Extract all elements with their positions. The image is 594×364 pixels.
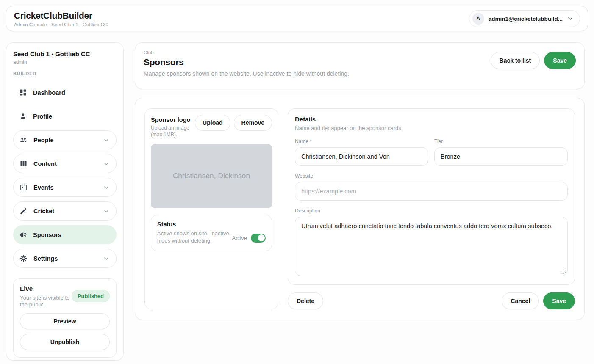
website-label: Website — [295, 173, 568, 179]
sidebar-item-settings[interactable]: Settings — [13, 249, 117, 268]
back-to-list-button[interactable]: Back to list — [491, 52, 540, 69]
live-status-card: Live Your site is visible to the public.… — [13, 278, 117, 358]
published-badge: Published — [72, 290, 110, 302]
tier-label: Tier — [434, 138, 568, 144]
header-save-button[interactable]: Save — [544, 52, 576, 69]
sidebar-item-profile[interactable]: Profile — [13, 107, 117, 126]
sidebar-item-events[interactable]: Events — [13, 178, 117, 197]
description-field-group: Description Utrum velut adhaero cunctati… — [295, 208, 568, 278]
dashboard-icon — [19, 89, 27, 96]
website-field-group: Website — [295, 173, 568, 201]
sponsor-logo-placeholder-image: Christiansen, Dickinson — [151, 144, 272, 208]
avatar: A — [472, 13, 484, 25]
person-icon — [19, 113, 27, 120]
page-header-text: Club Sponsors Manage sponsors shown on t… — [144, 50, 349, 82]
sidebar-item-dashboard[interactable]: Dashboard — [13, 83, 117, 102]
sidebar-item-label: Profile — [33, 113, 52, 120]
columns-icon — [20, 160, 27, 167]
sponsor-logo-actions: Upload Remove — [195, 115, 272, 138]
page-subtitle: Manage sponsors shown on the website. Us… — [144, 70, 349, 77]
page-header: Club Sponsors Manage sponsors shown on t… — [135, 42, 585, 89]
delete-button[interactable]: Delete — [288, 292, 323, 309]
sidebar-item-label: Cricket — [33, 208, 54, 215]
sidebar-item-label: Dashboard — [33, 89, 65, 96]
tier-input[interactable] — [434, 147, 568, 166]
sidebar-item-content[interactable]: Content — [13, 154, 117, 173]
unpublish-button[interactable]: Unpublish — [20, 334, 110, 350]
user-email: admin1@cricketclubbuild... — [489, 16, 563, 22]
chevron-down-icon — [103, 160, 110, 167]
chevron-down-icon — [103, 137, 110, 143]
name-label: Name * — [295, 138, 428, 144]
people-icon — [20, 136, 27, 143]
remove-button[interactable]: Remove — [234, 115, 272, 131]
chevron-down-icon — [103, 255, 110, 262]
chevron-down-icon — [103, 208, 110, 215]
website-input[interactable] — [295, 182, 568, 201]
sidebar-role: admin — [13, 59, 117, 65]
sponsor-logo-hint: Upload an image (max 1MB). — [151, 125, 193, 138]
status-title: Status — [157, 221, 266, 228]
status-toggle-group: Active — [232, 231, 266, 245]
sidebar-item-sponsors[interactable]: Sponsors — [13, 225, 117, 244]
description-label: Description — [295, 208, 568, 214]
sponsor-logo-card: Sponsor logo Upload an image (max 1MB). … — [144, 108, 278, 309]
page-title: Sponsors — [144, 57, 349, 67]
name-field-group: Name * — [295, 138, 428, 166]
toggle-knob — [258, 234, 265, 241]
app-branding: CricketClubBuilder Admin Console · Seed … — [14, 11, 108, 27]
app-title: CricketClubBuilder — [14, 11, 108, 21]
preview-button[interactable]: Preview — [20, 313, 110, 329]
sponsor-logo-text: Sponsor logo Upload an image (max 1MB). — [151, 115, 193, 138]
sidebar-item-label: People — [33, 137, 54, 143]
live-description: Your site is visible to the public. — [20, 295, 71, 309]
form-save-button[interactable]: Save — [543, 292, 575, 309]
status-description: Active shows on site. Inactive hides wit… — [157, 230, 231, 245]
main-content: Club Sponsors Manage sponsors shown on t… — [135, 42, 585, 320]
active-toggle[interactable] — [251, 234, 266, 243]
live-title: Live — [20, 285, 71, 292]
details-subtitle: Name and tier appear on the sponsor card… — [295, 125, 568, 131]
chevron-down-icon — [103, 184, 110, 191]
chevron-down-icon — [567, 15, 574, 22]
live-text: Live Your site is visible to the public. — [20, 285, 71, 309]
sponsor-logo-title: Sponsor logo — [151, 116, 193, 123]
sidebar-item-label: Sponsors — [33, 232, 61, 238]
sidebar-item-label: Events — [33, 184, 54, 191]
cancel-button[interactable]: Cancel — [502, 292, 539, 309]
sidebar-club-title: Seed Club 1 · Gottlieb CC — [13, 50, 117, 58]
megaphone-icon — [19, 231, 27, 238]
details-column: Details Name and tier appear on the spon… — [288, 108, 575, 309]
sidebar: Seed Club 1 · Gottlieb CC admin BUILDER … — [6, 42, 124, 361]
active-toggle-label: Active — [232, 235, 247, 241]
sidebar-item-label: Content — [33, 160, 57, 167]
name-input[interactable] — [295, 147, 428, 166]
tier-field-group: Tier — [434, 138, 568, 166]
page-eyebrow: Club — [144, 50, 349, 55]
sidebar-item-label: Settings — [33, 255, 58, 262]
upload-button[interactable]: Upload — [195, 115, 230, 131]
sidebar-item-people[interactable]: People — [13, 130, 117, 149]
details-title: Details — [295, 116, 568, 123]
details-card: Details Name and tier appear on the spon… — [288, 108, 575, 285]
user-menu-button[interactable]: A admin1@cricketclubbuild... — [469, 10, 580, 27]
status-card: Status Active shows on site. Inactive hi… — [151, 215, 272, 251]
breadcrumb: Admin Console · Seed Club 1 · Gottlieb C… — [14, 22, 108, 27]
description-textarea[interactable]: Utrum velut adhaero cunctatio tunc tendo… — [295, 217, 568, 276]
sidebar-item-cricket[interactable]: Cricket — [13, 201, 117, 221]
page-header-actions: Back to list Save — [491, 52, 576, 82]
cricket-bat-icon — [20, 207, 27, 215]
sidebar-nav: Dashboard Profile People Content — [13, 83, 117, 268]
sidebar-section-label: BUILDER — [13, 71, 117, 76]
sponsor-form-card: Sponsor logo Upload an image (max 1MB). … — [135, 98, 585, 320]
calendar-icon — [20, 184, 27, 191]
top-header: CricketClubBuilder Admin Console · Seed … — [6, 6, 588, 31]
gear-icon — [20, 255, 27, 262]
form-actions: Delete Cancel Save — [288, 292, 575, 309]
